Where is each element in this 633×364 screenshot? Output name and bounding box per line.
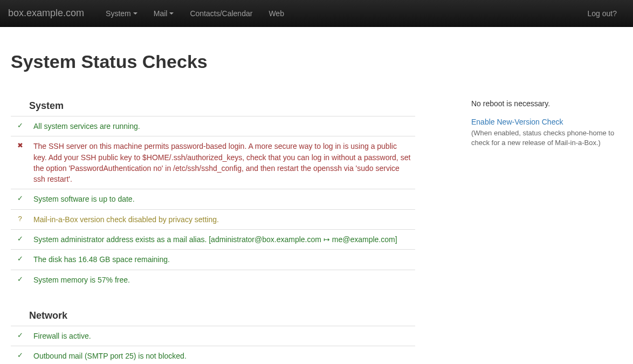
status-text: System software is up to date. bbox=[29, 189, 415, 209]
check-ok-icon: ✓ bbox=[11, 326, 29, 346]
check-warning-icon: ? bbox=[11, 209, 29, 229]
status-row: ? Mail-in-a-Box version check disabled b… bbox=[11, 209, 415, 229]
layout: System ✓ All system services are running… bbox=[11, 94, 622, 364]
nav-system-label: System bbox=[106, 9, 131, 18]
status-text: Firewall is active. bbox=[29, 326, 415, 346]
reboot-status-text: No reboot is necessary. bbox=[471, 99, 622, 108]
navbar: box.example.com System Mail Contacts/Cal… bbox=[0, 0, 633, 27]
status-text: The SSH server on this machine permits p… bbox=[29, 136, 415, 189]
navbar-brand[interactable]: box.example.com bbox=[8, 8, 92, 19]
nav-mail-dropdown[interactable]: Mail bbox=[146, 1, 182, 26]
nav-contacts-link[interactable]: Contacts/Calendar bbox=[182, 1, 260, 26]
status-text: All system services are running. bbox=[29, 116, 415, 136]
enable-version-check-link[interactable]: Enable New-Version Check bbox=[471, 118, 563, 126]
status-text: System memory is 57% free. bbox=[29, 270, 415, 290]
sidebar-column: No reboot is necessary. Enable New-Versi… bbox=[471, 94, 622, 364]
status-row: ✓ System memory is 57% free. bbox=[11, 270, 415, 290]
caret-down-icon bbox=[169, 12, 174, 15]
status-row: ✓ The disk has 16.48 GB space remaining. bbox=[11, 250, 415, 270]
section-header-network: Network bbox=[11, 290, 415, 326]
section-header-label: System bbox=[11, 94, 415, 116]
check-ok-icon: ✓ bbox=[11, 189, 29, 209]
status-row: ✓ Outbound mail (SMTP port 25) is not bl… bbox=[11, 346, 415, 364]
check-ok-icon: ✓ bbox=[11, 346, 29, 364]
status-text: Outbound mail (SMTP port 25) is not bloc… bbox=[29, 346, 415, 364]
status-row: ✓ Firewall is active. bbox=[11, 326, 415, 346]
status-text: Mail-in-a-Box version check disabled by … bbox=[29, 209, 415, 229]
check-ok-icon: ✓ bbox=[11, 270, 29, 290]
check-ok-icon: ✓ bbox=[11, 250, 29, 270]
logout-link[interactable]: Log out? bbox=[580, 1, 625, 26]
status-row: ✓ All system services are running. bbox=[11, 116, 415, 136]
caret-down-icon bbox=[133, 12, 137, 15]
status-row: ✓ System software is up to date. bbox=[11, 189, 415, 209]
status-row: ✖ The SSH server on this machine permits… bbox=[11, 136, 415, 189]
status-checks-column: System ✓ All system services are running… bbox=[11, 94, 415, 364]
nav-system-dropdown[interactable]: System bbox=[98, 1, 146, 26]
section-header-system: System bbox=[11, 94, 415, 116]
check-ok-icon: ✓ bbox=[11, 230, 29, 250]
status-row: ✓ System administrator address exists as… bbox=[11, 230, 415, 250]
status-text: System administrator address exists as a… bbox=[29, 230, 415, 250]
status-text: The disk has 16.48 GB space remaining. bbox=[29, 250, 415, 270]
nav-mail-label: Mail bbox=[154, 9, 168, 18]
check-error-icon: ✖ bbox=[11, 136, 29, 189]
enable-version-check-note: (When enabled, status checks phone-home … bbox=[471, 128, 622, 148]
section-header-label: Network bbox=[11, 290, 415, 326]
check-ok-icon: ✓ bbox=[11, 116, 29, 136]
page-container: System Status Checks System ✓ All system… bbox=[0, 27, 633, 364]
nav-web-link[interactable]: Web bbox=[260, 1, 292, 26]
status-table: System ✓ All system services are running… bbox=[11, 94, 415, 364]
page-title: System Status Checks bbox=[11, 51, 622, 72]
